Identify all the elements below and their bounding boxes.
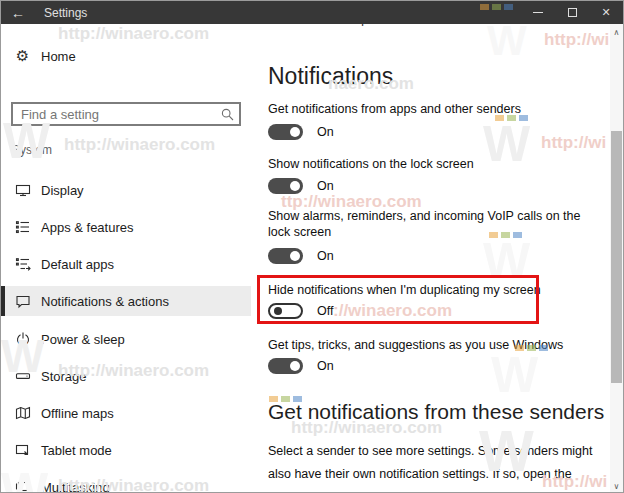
toggle-state: Off [317, 304, 333, 318]
toggle-switch[interactable] [268, 248, 303, 264]
toggle-switch[interactable] [268, 303, 303, 319]
sidebar-item-label: Power & sleep [41, 332, 125, 347]
sidebar-item-default-apps[interactable]: Default apps [1, 249, 251, 279]
gear-icon: ⚙ [14, 48, 31, 65]
notifications-icon [14, 293, 31, 310]
maximize-button[interactable] [555, 1, 589, 24]
toggle-state: On [317, 125, 334, 139]
back-button[interactable]: ← [1, 1, 35, 24]
sidebar-section-system: System [12, 143, 52, 157]
toggle-alarms-voip: On [268, 248, 334, 264]
scrollbar: ∧ ∨ [610, 24, 623, 493]
tablet-mode-icon [14, 442, 31, 459]
toggle-hide-duplicating: Off [268, 303, 333, 319]
toggle-state: On [317, 249, 334, 263]
search-input[interactable] [11, 102, 241, 126]
sidebar-item-label: Home [41, 49, 76, 64]
sidebar-item-power-sleep[interactable]: Power & sleep [1, 324, 251, 354]
toggle-label-alarms-voip: Show alarms, reminders, and incoming VoI… [268, 208, 593, 240]
sidebar-item-label: Display [41, 183, 84, 198]
sidebar-item-label: Tablet mode [41, 443, 112, 458]
sidebar-item-label: Apps & features [41, 220, 134, 235]
sidebar-item-tablet-mode[interactable]: Tablet mode [1, 435, 251, 465]
sidebar-item-label: Multitasking [41, 480, 110, 493]
multitasking-icon [14, 479, 31, 493]
close-button[interactable]: ✕ [589, 1, 623, 24]
toggle-label-get-notifications: Get notifications from apps and other se… [268, 101, 593, 117]
toggle-switch[interactable] [268, 178, 303, 194]
minimize-icon [533, 12, 543, 13]
toggle-lock-screen: On [268, 178, 334, 194]
sidebar-item-notifications-actions[interactable]: Notifications & actions [1, 286, 251, 316]
toggle-label-lock-screen: Show notifications on the lock screen [268, 156, 593, 172]
senders-heading: Get notifications from these senders [268, 400, 604, 424]
default-apps-icon [14, 256, 31, 273]
sidebar-item-offline-maps[interactable]: Offline maps [1, 398, 251, 428]
display-icon [14, 182, 31, 199]
sidebar-item-storage[interactable]: Storage [1, 361, 251, 391]
power-icon [14, 331, 31, 348]
scroll-up-arrow[interactable]: ∧ [610, 26, 623, 38]
apps-features-icon [14, 219, 31, 236]
notifications-heading: Notifications [268, 63, 393, 90]
search-icon [221, 107, 234, 125]
sidebar-item-multitasking[interactable]: Multitasking [1, 472, 251, 493]
toggle-label-tips-tricks: Get tips, tricks, and suggestions as you… [268, 337, 593, 353]
sidebar-item-apps-features[interactable]: Apps & features [1, 212, 251, 242]
toggle-knob [274, 307, 282, 315]
sidebar-item-home[interactable]: ⚙ Home [1, 41, 251, 71]
minimize-button[interactable] [521, 1, 555, 24]
toggle-knob [290, 361, 300, 371]
winaero-logo-colors [480, 4, 513, 10]
sidebar: ⚙ Home System Display Apps & features [1, 24, 251, 493]
sidebar-item-label: Notifications & actions [41, 294, 169, 309]
selected-indicator-bar [1, 286, 5, 316]
toggle-label-hide-duplicating: Hide notifications when I'm duplicating … [268, 282, 593, 298]
offline-maps-icon [14, 405, 31, 422]
main-content: Add or remove quick actions Notification… [251, 1, 612, 493]
storage-icon [14, 368, 31, 385]
toggle-state: On [317, 179, 334, 193]
sidebar-item-label: Default apps [41, 257, 114, 272]
title-bar: ← Settings ✕ [1, 1, 623, 24]
sidebar-item-label: Storage [41, 369, 87, 384]
sidebar-item-label: Offline maps [41, 406, 114, 421]
toggle-knob [290, 181, 300, 191]
sidebar-item-display[interactable]: Display [1, 175, 251, 205]
window-title: Settings [44, 6, 87, 20]
toggle-knob [290, 251, 300, 261]
toggle-get-notifications: On [268, 124, 334, 140]
toggle-state: On [317, 359, 334, 373]
maximize-icon [568, 8, 577, 17]
toggle-switch[interactable] [268, 124, 303, 140]
toggle-tips-tricks: On [268, 358, 334, 374]
toggle-knob [290, 127, 300, 137]
scroll-down-arrow[interactable]: ∨ [610, 480, 623, 492]
settings-window: ← Settings ✕ ⚙ Home System Disp [0, 0, 624, 493]
scrollbar-thumb[interactable] [611, 131, 622, 383]
close-icon: ✕ [601, 7, 610, 18]
senders-description: Select a sender to see more settings. So… [268, 440, 598, 493]
toggle-switch[interactable] [268, 358, 303, 374]
back-arrow-icon: ← [11, 5, 25, 21]
